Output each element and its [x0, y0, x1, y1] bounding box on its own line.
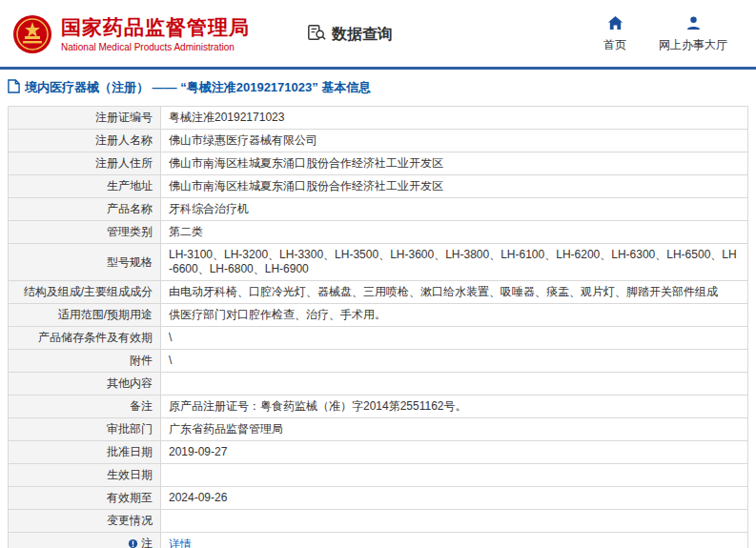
breadcrumb: 境内医疗器械（注册） —— “粤械注准20192171023” 基本信息 [25, 79, 371, 96]
note-label: 注 [141, 537, 153, 548]
row-value: 粤械注准20192171023 [161, 107, 748, 130]
agency-title-block: 国家药品监督管理局 National Medical Products Admi… [61, 16, 250, 53]
table-row: 变更情况 [9, 510, 748, 533]
note-icon [128, 538, 138, 548]
row-value: \ [161, 327, 748, 350]
table-row: 结构及组成/主要组成成分 由电动牙科椅、口腔冷光灯、器械盘、三用喷枪、漱口给水装… [9, 281, 748, 304]
row-value: 2019-09-27 [161, 441, 748, 464]
row-label: 审批部门 [9, 418, 161, 441]
row-value: 佛山市南海区桂城夏东涌口股份合作经济社工业开发区 [161, 152, 748, 175]
row-value: 详情 [161, 533, 748, 548]
row-value: 2024-09-26 [161, 487, 748, 510]
row-label: 产品名称 [9, 198, 161, 221]
row-label: 生产地址 [9, 175, 161, 198]
table-row: 适用范围/预期用途 供医疗部门对口腔作检查、治疗、手术用。 [9, 304, 748, 327]
nav-service-hall-label: 网上办事大厅 [659, 37, 727, 53]
registration-info-table: 注册证编号 粤械注准20192171023 注册人名称 佛山市绿惠医疗器械有限公… [8, 106, 748, 548]
row-value: 原产品注册证号：粤食药监械（准）字2014第2551162号。 [161, 396, 748, 418]
row-label: 注 [9, 533, 161, 548]
table-row: 备注 原产品注册证号：粤食药监械（准）字2014第2551162号。 [9, 396, 748, 418]
row-label: 批准日期 [9, 441, 161, 464]
row-value: 供医疗部门对口腔作检查、治疗、手术用。 [161, 304, 748, 327]
row-label: 注册人名称 [9, 130, 161, 152]
row-value: 广东省药品监督管理局 [161, 418, 748, 441]
table-row: 附件 \ [9, 350, 748, 373]
row-label: 生效日期 [9, 464, 161, 487]
row-label: 产品储存条件及有效期 [9, 327, 161, 350]
row-label: 型号规格 [9, 244, 161, 281]
table-row: 注册人住所 佛山市南海区桂城夏东涌口股份合作经济社工业开发区 [9, 152, 748, 175]
table-row: 型号规格 LH-3100、LH-3200、LH-3300、LH-3500、LH-… [9, 244, 748, 281]
table-row: 注册证编号 粤械注准20192171023 [9, 107, 748, 130]
row-label: 适用范围/预期用途 [9, 304, 161, 327]
table-row: 产品名称 牙科综合治疗机 [9, 198, 748, 221]
row-label: 备注 [9, 396, 161, 418]
agency-name-en: National Medical Products Administration [61, 41, 250, 53]
row-value: \ [161, 350, 748, 373]
row-value: 由电动牙科椅、口腔冷光灯、器械盘、三用喷枪、漱口给水装置、吸唾器、痰盂、观片灯、… [161, 281, 748, 304]
row-label: 管理类别 [9, 221, 161, 244]
table-row: 注册人名称 佛山市绿惠医疗器械有限公司 [9, 130, 748, 152]
table-row: 注 详情 [9, 533, 748, 548]
row-label: 结构及组成/主要组成成分 [9, 281, 161, 304]
row-value: 佛山市绿惠医疗器械有限公司 [161, 130, 748, 152]
document-icon [8, 79, 20, 96]
row-label: 变更情况 [9, 510, 161, 533]
table-row: 其他内容 [9, 373, 748, 396]
row-label: 注册人住所 [9, 152, 161, 175]
row-value [161, 510, 748, 533]
nav-service-hall[interactable]: 网上办事大厅 [659, 15, 727, 53]
nav-home-label: 首页 [603, 37, 626, 53]
row-value: 佛山市南海区桂城夏东涌口股份合作经济社工业开发区 [161, 175, 748, 198]
row-label: 附件 [9, 350, 161, 373]
table-row: 产品储存条件及有效期 \ [9, 327, 748, 350]
table-row: 生效日期 [9, 464, 748, 487]
row-label: 其他内容 [9, 373, 161, 396]
row-label: 注册证编号 [9, 107, 161, 130]
search-document-icon [307, 23, 326, 46]
table-row: 有效期至 2024-09-26 [9, 487, 748, 510]
row-value: 第二类 [161, 221, 748, 244]
data-query-label: 数据查询 [332, 25, 393, 45]
table-row: 批准日期 2019-09-27 [9, 441, 748, 464]
table-row: 审批部门 广东省药品监督管理局 [9, 418, 748, 441]
person-icon [685, 15, 702, 34]
row-value [161, 373, 748, 396]
nav-home[interactable]: 首页 [603, 15, 626, 53]
agency-name-cn: 国家药品监督管理局 [61, 16, 250, 39]
national-emblem-logo [11, 13, 53, 55]
breadcrumb-bar: 境内医疗器械（注册） —— “粤械注准20192171023” 基本信息 [0, 70, 756, 104]
row-label: 有效期至 [9, 487, 161, 510]
top-nav: 首页 网上办事大厅 [603, 15, 745, 53]
page-header: 国家药品监督管理局 National Medical Products Admi… [0, 0, 756, 67]
table-row: 生产地址 佛山市南海区桂城夏东涌口股份合作经济社工业开发区 [9, 175, 748, 198]
home-icon [607, 15, 623, 34]
data-query-title: 数据查询 [307, 23, 393, 46]
row-value [161, 464, 748, 487]
table-row: 管理类别 第二类 [9, 221, 748, 244]
row-value: 牙科综合治疗机 [161, 198, 748, 221]
row-value: LH-3100、LH-3200、LH-3300、LH-3500、LH-3600、… [161, 244, 748, 281]
details-link[interactable]: 详情 [169, 538, 192, 548]
